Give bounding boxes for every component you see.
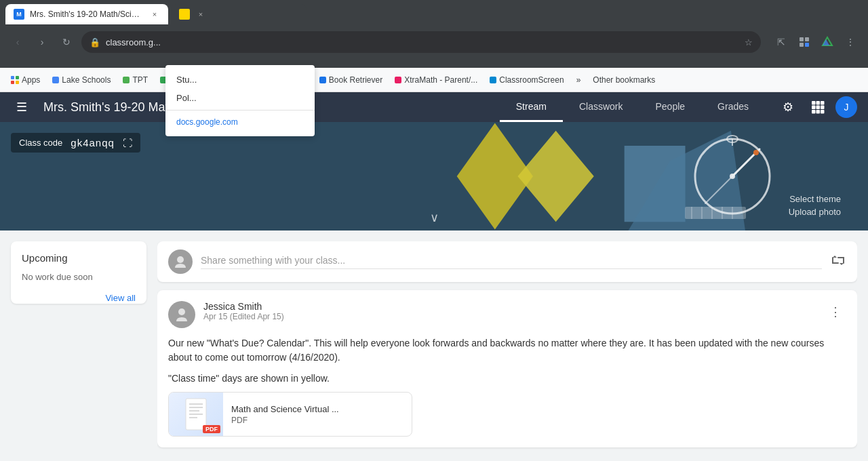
bookmark-lake-schools[interactable]: Lake Schools <box>47 72 116 88</box>
expand-icon[interactable]: ⛶ <box>123 138 132 148</box>
bookmark-more[interactable]: » <box>571 72 587 88</box>
tab2-close-button[interactable]: × <box>195 9 206 20</box>
bookmark-other[interactable]: Other bookmarks <box>587 72 660 88</box>
class-code-label: Class code <box>19 138 62 148</box>
post-header: Jessica Smith Apr 15 (Edited Apr 15) ⋮ <box>168 301 846 328</box>
svg-rect-9 <box>16 81 19 84</box>
post-attachment[interactable]: PDF Math and Science Virtual ... PDF <box>168 392 412 437</box>
bookmark-classroomscreen[interactable]: ClassroomScreen <box>484 72 569 88</box>
bookmark-xtramath-label: XtraMath - Parent/... <box>404 75 477 85</box>
tab-grades[interactable]: Grades <box>701 92 765 122</box>
dropdown-item-1[interactable]: Stu... <box>165 71 315 89</box>
more-icon[interactable]: ⋮ <box>841 33 860 52</box>
nav-tabs: Stream Classwork People Grades <box>500 92 765 122</box>
hero-chevron-button[interactable]: ∨ <box>430 210 439 225</box>
svg-rect-14 <box>816 106 821 110</box>
header-icons: ⚙ J <box>776 95 857 119</box>
forward-button[interactable]: › <box>33 33 52 52</box>
bookmark-tpt[interactable]: TPT <box>117 72 153 88</box>
post-class-time-text: "Class time" days are shown in yellow. <box>168 373 846 384</box>
dropdown-item-2[interactable]: Pol... <box>165 89 315 107</box>
back-button[interactable]: ‹ <box>8 33 27 52</box>
bookmark-lake-schools-label: Lake Schools <box>62 75 111 85</box>
svg-rect-8 <box>11 81 14 84</box>
bookmark-tpt-label: TPT <box>132 75 148 85</box>
hero-overlay-right: Select theme Upload photo <box>789 194 841 217</box>
upcoming-empty-text: No work due soon <box>22 272 136 282</box>
svg-rect-7 <box>16 76 19 79</box>
upcoming-title: Upcoming <box>22 252 136 264</box>
svg-rect-13 <box>812 106 816 110</box>
inactive-tab[interactable]: × <box>171 4 307 24</box>
settings-button[interactable]: ⚙ <box>776 95 800 119</box>
drive-icon[interactable] <box>818 33 837 52</box>
svg-rect-15 <box>821 106 825 110</box>
svg-rect-0 <box>800 37 804 41</box>
attachment-title: Math and Science Virtual ... <box>231 404 403 414</box>
repost-icon[interactable] <box>830 252 846 272</box>
dropdown-url: docs.google.com <box>165 113 315 131</box>
post-date: Apr 15 (Edited Apr 15) <box>203 312 816 321</box>
attachment-info: Math and Science Virtual ... PDF <box>223 393 412 436</box>
tab-classwork[interactable]: Classwork <box>563 92 639 122</box>
bookmark-icon[interactable]: ☆ <box>745 37 753 47</box>
main-content: ☰ Mrs. Smith's 19-20 Math/Science Cl... … <box>0 92 868 461</box>
post-meta: Jessica Smith Apr 15 (Edited Apr 15) <box>203 301 816 321</box>
view-all-button[interactable]: View all <box>105 293 136 303</box>
bookmark-book-retriever-label: Book Retriever <box>329 75 382 85</box>
svg-line-27 <box>705 176 732 203</box>
svg-rect-16 <box>812 110 816 114</box>
share-avatar <box>168 249 193 274</box>
content-body: Upcoming No work due soon View all Share… <box>0 230 868 461</box>
autocomplete-dropdown: Stu... Pol... docs.google.com <box>165 65 315 136</box>
svg-rect-12 <box>821 101 825 105</box>
tab-stream[interactable]: Stream <box>500 92 563 122</box>
browser-chrome: M Mrs. Smith's 19-20 Math/Science Cl... … <box>0 0 868 68</box>
post-menu-button[interactable]: ⋮ <box>825 301 846 323</box>
post-card: Jessica Smith Apr 15 (Edited Apr 15) ⋮ O… <box>157 290 857 447</box>
upcoming-card: Upcoming No work due soon View all <box>11 241 146 304</box>
hamburger-button[interactable]: ☰ <box>11 96 33 118</box>
svg-marker-38 <box>833 256 837 258</box>
tab-title: Mrs. Smith's 19-20 Math/Science Cl... <box>30 9 144 19</box>
bookmarks-bar: Apps Lake Schools TPT classroom game GoN… <box>0 68 868 92</box>
refresh-button[interactable]: ↻ <box>57 33 76 52</box>
bookmark-apps[interactable]: Apps <box>5 72 45 88</box>
svg-rect-2 <box>800 43 804 47</box>
dropdown-divider <box>165 110 315 111</box>
upload-photo-button[interactable]: Upload photo <box>789 207 841 217</box>
tab-close-button[interactable]: × <box>149 9 160 20</box>
attachment-thumbnail: PDF <box>169 393 223 436</box>
extensions-icon[interactable] <box>795 33 814 52</box>
svg-rect-17 <box>816 110 821 114</box>
url-text: classroom.g... <box>106 37 739 47</box>
compass-illustration <box>665 129 800 224</box>
address-box[interactable]: 🔒 classroom.g... ☆ <box>81 31 761 53</box>
svg-rect-31 <box>685 207 746 219</box>
bookmark-book-retriever[interactable]: Book Retriever <box>314 72 388 88</box>
svg-rect-11 <box>816 101 821 105</box>
class-code-value: gk4anqq <box>71 137 115 148</box>
share-input[interactable]: Share something with your class... <box>201 255 822 269</box>
post-author-name: Jessica Smith <box>203 301 816 312</box>
main-feed: Share something with your class... Jessi… <box>157 241 857 450</box>
google-apps-button[interactable] <box>806 95 830 119</box>
sidebar: Upcoming No work due soon View all <box>11 241 146 450</box>
svg-rect-18 <box>821 110 825 114</box>
tab-favicon: M <box>14 9 24 20</box>
tab-bar: M Mrs. Smith's 19-20 Math/Science Cl... … <box>0 0 868 24</box>
svg-point-28 <box>753 150 759 155</box>
select-theme-button[interactable]: Select theme <box>789 194 841 204</box>
post-body-text: Our new "What's Due? Calendar". This wil… <box>168 336 846 365</box>
svg-rect-6 <box>11 76 14 79</box>
cast-icon[interactable]: ⇱ <box>772 33 791 52</box>
svg-marker-39 <box>840 263 844 265</box>
svg-rect-1 <box>805 37 809 41</box>
bookmark-apps-label: Apps <box>22 75 40 85</box>
classroom-header: ☰ Mrs. Smith's 19-20 Math/Science Cl... … <box>0 92 868 122</box>
active-tab[interactable]: M Mrs. Smith's 19-20 Math/Science Cl... … <box>5 4 168 24</box>
user-avatar[interactable]: J <box>835 96 857 118</box>
toolbar-right: ⇱ ⋮ <box>772 33 860 52</box>
bookmark-xtramath[interactable]: XtraMath - Parent/... <box>389 72 483 88</box>
tab-people[interactable]: People <box>639 92 701 122</box>
